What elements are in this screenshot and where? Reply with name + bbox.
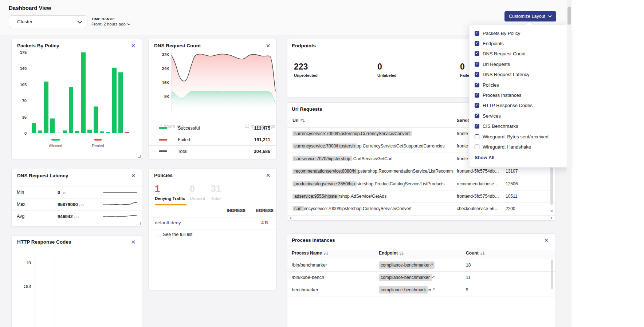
scrollbar-thumb[interactable] bbox=[568, 7, 571, 25]
latency-row-min: Min0µs bbox=[12, 186, 142, 198]
latency-sparkline bbox=[103, 188, 137, 196]
resize-handle[interactable] bbox=[138, 222, 141, 225]
close-icon[interactable]: ✕ bbox=[130, 173, 137, 179]
menu-item-label: Wireguard. Bytes sent/received bbox=[483, 134, 549, 139]
checkbox-checked-icon[interactable] bbox=[475, 31, 479, 36]
close-icon[interactable]: ✕ bbox=[265, 172, 271, 179]
checkbox-unchecked-icon[interactable] bbox=[475, 145, 479, 149]
close-icon[interactable]: ✕ bbox=[130, 239, 137, 245]
time-range[interactable]: TIME RANGE From: 2 hours ago bbox=[91, 17, 130, 26]
policies-stat-total[interactable]: 31Total bbox=[211, 184, 221, 201]
see-full-list-link[interactable]: → See the full list bbox=[155, 232, 192, 237]
menu-item-label: Policies bbox=[483, 82, 499, 88]
bar-allowed bbox=[50, 118, 55, 133]
menu-item-endpoints[interactable]: Endpoints bbox=[470, 38, 568, 48]
url-table-row[interactable]: productcatalogservice:3550/hipstershop.P… bbox=[287, 178, 555, 190]
stat-value: 31 bbox=[211, 184, 221, 194]
vertical-scrollbar[interactable] bbox=[551, 260, 553, 289]
endpoint-highlight: compliance-benchmarker-* bbox=[379, 261, 435, 269]
column-header-endpoint[interactable]: Endpoint bbox=[379, 251, 404, 256]
endpoint-cell: compliance-benchmarker-* bbox=[379, 263, 435, 268]
scroll-right-arrow-icon[interactable] bbox=[551, 217, 553, 220]
show-all-link[interactable]: Show All bbox=[475, 155, 494, 160]
checkbox-checked-icon[interactable] bbox=[475, 124, 479, 129]
checkbox-checked-icon[interactable] bbox=[475, 51, 479, 56]
process-table-row[interactable]: benchmarkercompliance-benchmarker-*9 bbox=[287, 284, 555, 296]
service-cell: fronte bbox=[457, 156, 468, 161]
url-cell: recommendationservice:8080/hipstershop.R… bbox=[292, 169, 453, 174]
url-cell: currencyservice:7000/hipstershop.Currenc… bbox=[292, 143, 445, 149]
card-dns-request-latency: DNS Request Latency ✕ Min0µsMax95879000µ… bbox=[11, 169, 142, 226]
menu-item-dns-request-latency[interactable]: DNS Request Latency bbox=[470, 70, 568, 80]
customize-layout-menu: Packets By PolicyEndpointsDNS Request Co… bbox=[469, 24, 568, 168]
bar-allowed bbox=[63, 130, 67, 133]
close-icon[interactable]: ✕ bbox=[265, 43, 271, 49]
menu-item-wireguard-bytes-sent-received[interactable]: Wireguard. Bytes sent/received bbox=[470, 131, 568, 142]
url-highlight: adservice:9555/hipste bbox=[292, 194, 339, 199]
checkbox-checked-icon[interactable] bbox=[475, 72, 479, 77]
page-scrollbar[interactable] bbox=[567, 0, 572, 327]
divider bbox=[287, 215, 555, 215]
view-selector[interactable]: Cluster bbox=[9, 15, 87, 28]
arrow-right-icon: → bbox=[155, 232, 160, 237]
legend-row-failed: Failed191,211 bbox=[149, 134, 276, 145]
policies-stat-unused[interactable]: 0Unused bbox=[190, 184, 205, 201]
menu-item-services[interactable]: Services bbox=[470, 111, 568, 121]
checkbox-checked-icon[interactable] bbox=[475, 114, 479, 118]
card-title: DNS Request Count bbox=[154, 43, 201, 48]
menu-item-label: Packets By Policy bbox=[483, 31, 520, 36]
checkbox-checked-icon[interactable] bbox=[475, 103, 479, 108]
url-cell: currencyservice:7000/hipstershop.Currenc… bbox=[292, 131, 412, 136]
menu-item-process-instances[interactable]: Process Instances bbox=[470, 90, 568, 100]
latency-value: 946942 bbox=[58, 214, 73, 219]
menu-item-dns-request-count[interactable]: DNS Request Count bbox=[470, 49, 568, 59]
menu-item-label: DNS Request Count bbox=[483, 51, 526, 56]
resize-handle[interactable] bbox=[138, 155, 141, 158]
checkbox-unchecked-icon[interactable] bbox=[475, 134, 479, 139]
close-icon[interactable]: ✕ bbox=[543, 237, 550, 244]
column-header-process-name[interactable]: Process Name bbox=[292, 251, 328, 256]
menu-item-cis-benchmarks[interactable]: CIS Benchmarks bbox=[470, 121, 568, 131]
divider bbox=[287, 250, 555, 250]
checkbox-checked-icon[interactable] bbox=[475, 41, 479, 46]
column-header-count[interactable]: Count bbox=[466, 251, 485, 256]
checkbox-checked-icon[interactable] bbox=[475, 62, 479, 67]
url-highlight: curr bbox=[292, 206, 304, 211]
sort-icon bbox=[301, 119, 305, 123]
menu-item-wireguard-handshake[interactable]: Wireguard. Handshake bbox=[470, 142, 568, 152]
process-table-row[interactable]: /bin/benchmarkercompliance-benchmarker-*… bbox=[287, 259, 555, 271]
checkbox-checked-icon[interactable] bbox=[475, 83, 479, 87]
url-table-row[interactable]: currencyservice:7000/hipstershop.Currenc… bbox=[287, 202, 555, 215]
chevron-down-icon bbox=[548, 14, 552, 19]
column-header-url[interactable]: Url bbox=[292, 114, 305, 127]
page-title: Dashboard View bbox=[9, 5, 51, 11]
url-cell: adservice:9555/hipstershop.AdService/Get… bbox=[292, 194, 386, 199]
vertical-scrollbar[interactable] bbox=[550, 161, 553, 205]
latency-sparkline bbox=[103, 200, 137, 208]
close-icon[interactable]: ✕ bbox=[130, 43, 137, 49]
process-table-row[interactable]: /bin/kube-benchcompliance-benchmarker-*1… bbox=[287, 271, 555, 284]
menu-item-http-response-codes[interactable]: HTTP Response Codes bbox=[470, 101, 568, 111]
count-cell: 9 bbox=[466, 287, 468, 292]
policies-stat-denying-traffic[interactable]: 1Denying Traffic bbox=[155, 184, 185, 201]
customize-layout-button[interactable]: Customize Layout bbox=[504, 11, 556, 21]
menu-item-packets-by-policy[interactable]: Packets By Policy bbox=[470, 28, 568, 38]
latency-row-max: Max95879000µs bbox=[12, 198, 142, 210]
scroll-left-arrow-icon[interactable] bbox=[290, 217, 291, 220]
latency-value-wrap: 946942µs bbox=[58, 213, 79, 220]
svg-text:70: 70 bbox=[22, 99, 27, 103]
latency-value: 95879000 bbox=[58, 202, 78, 207]
card-title: HTTP Response Codes bbox=[17, 239, 71, 245]
svg-text:175: 175 bbox=[20, 50, 27, 55]
menu-item-label: Endpoints bbox=[483, 41, 504, 46]
url-rest: .CartService/GetCart bbox=[352, 156, 392, 161]
latency-unit: µs bbox=[62, 190, 66, 195]
checkbox-checked-icon[interactable] bbox=[475, 93, 479, 98]
count-cell: 12506 bbox=[506, 181, 518, 186]
count-cell: 2200 bbox=[506, 206, 515, 211]
bar-allowed bbox=[106, 132, 110, 133]
menu-item-url-requests[interactable]: Url Requests bbox=[470, 59, 568, 69]
menu-item-policies[interactable]: Policies bbox=[470, 80, 568, 90]
url-table-row[interactable]: adservice:9555/hipstershop.AdService/Get… bbox=[287, 190, 555, 202]
scroll-down-arrow-icon[interactable] bbox=[550, 210, 553, 212]
